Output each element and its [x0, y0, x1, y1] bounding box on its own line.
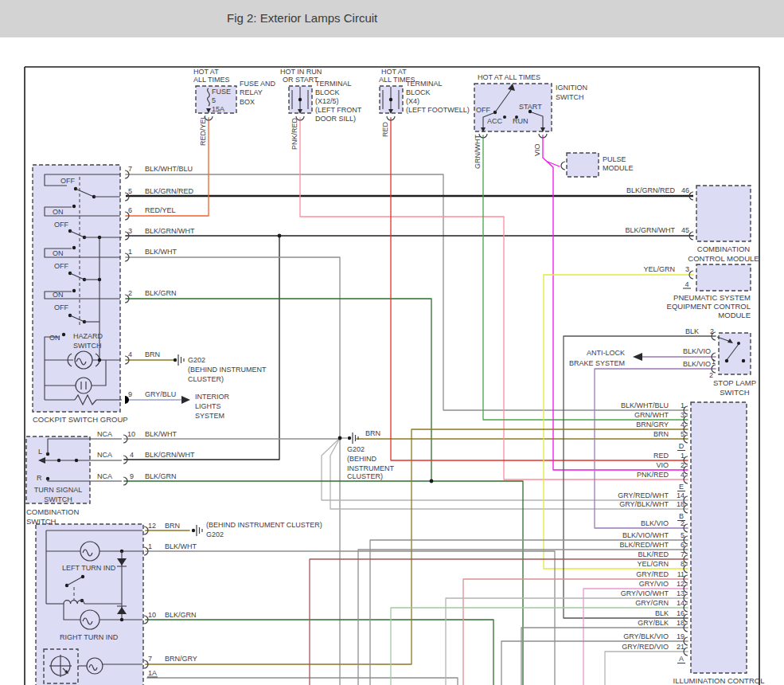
- fuse-label: FUSE: [212, 88, 231, 96]
- wire-1a: [147, 678, 458, 685]
- center-g202-l2: (BEHIND: [347, 455, 377, 463]
- pin-number: 12: [148, 522, 156, 530]
- wire-grn-wht: [483, 135, 688, 420]
- illum-pin-label: GRN/WHT: [634, 411, 669, 419]
- g202-loc-2: CLUSTER): [188, 375, 224, 383]
- cockpit-sw4-off: OFF: [54, 303, 68, 311]
- stop-bot-label: BLK/VIO: [683, 360, 711, 368]
- pin-number: 10: [127, 430, 135, 438]
- g202-loc-1: (BEHIND INSTRUMENT: [188, 366, 267, 374]
- t2-l4: (LEFT FOOTWELL): [406, 106, 470, 114]
- fuse-amps: 15A: [212, 105, 224, 113]
- combination-control-module: BLK/GRN/RED 46 BLK/GRN/WHT 45 COMBINATIO…: [625, 186, 759, 263]
- illum-pin-label: GRY/BLK: [638, 619, 669, 627]
- illum-pin-label: BLK: [655, 609, 669, 617]
- pneumatic-pin: 3: [685, 265, 689, 273]
- ts-name-2: SWITCH: [44, 495, 72, 503]
- illum-pin-number: 18: [677, 619, 685, 627]
- terminal-block-x125: HOT IN RUN OR START TERMINAL BLOCK (X12/…: [280, 68, 362, 150]
- pin-number: 4: [130, 451, 134, 459]
- stop-top-pin: 2: [710, 327, 714, 335]
- cockpit-sw3-off: OFF: [54, 262, 68, 270]
- t1-l1: TERMINAL: [315, 80, 352, 88]
- right-turn-label: RIGHT TURN IND: [60, 633, 119, 641]
- pulse-l1: PULSE: [603, 155, 626, 163]
- fuse-box-name-2: RELAY: [240, 88, 263, 96]
- t1-l2: BLOCK: [315, 88, 340, 96]
- illum-pin-label: BLK/RED/WHT: [619, 541, 669, 549]
- pneumatic-cap-3: MODULE: [718, 311, 751, 319]
- pin-number: 9: [130, 472, 134, 480]
- wire-yel-grn: [544, 275, 693, 569]
- ign-run: RUN: [513, 117, 529, 125]
- ti-g202-loc: (BEHIND INSTRUMENT CLUSTER): [206, 521, 322, 529]
- wire-label-grn-wht: GRN/WHT: [474, 135, 482, 169]
- combo-cap-2: CONTROL MODULE: [688, 254, 759, 263]
- pin-label: BLK/WHT: [145, 430, 177, 438]
- fuse-box-name-1: FUSE AND: [240, 80, 276, 88]
- fuse-number: 5: [212, 96, 216, 104]
- wire-blk-grn-cont: [431, 481, 523, 685]
- fuse-hot-1: HOT AT: [193, 68, 219, 76]
- fuse-relay-box: HOT AT ALL TIMES FUSE 5 15A FUSE AND REL…: [193, 68, 276, 146]
- pin-number: 10: [148, 611, 156, 619]
- illumination-caption: ILLUMINATION CONTROL: [673, 676, 765, 685]
- pin-label: BLK/GRN/WHT: [145, 451, 195, 459]
- abs-label-1: ANTI-LOCK: [587, 349, 625, 357]
- wire-blk-red: [310, 559, 688, 685]
- cockpit-caption: COCKPIT SWITCH GROUP: [33, 415, 128, 424]
- interior-lights-arrow: [181, 396, 190, 404]
- pulse-l2: MODULE: [603, 164, 634, 172]
- pneumatic-cap-1: PNEUMATIC SYSTEM: [673, 293, 751, 302]
- wire-blk-grn-ti: [146, 620, 493, 685]
- wire-blk-wht: [126, 257, 340, 438]
- cockpit-g202: G202 (BEHIND INSTRUMENT CLUSTER) INTERIO…: [174, 354, 267, 420]
- pin-number: 1: [148, 542, 152, 550]
- stop-cap-1: STOP LAMP: [713, 378, 756, 387]
- illum-pin-number: 14: [677, 491, 685, 499]
- t2-l1: TERMINAL: [406, 80, 443, 88]
- pin-number: 1: [128, 248, 132, 256]
- ts-nca-3: NCA: [97, 472, 112, 480]
- ts-nca-2: NCA: [97, 451, 112, 459]
- center-g202-l4: CLUSTER): [347, 472, 383, 480]
- interior-l1: INTERIOR: [195, 393, 230, 401]
- pin-label: BRN: [165, 522, 180, 530]
- illum-pin-label: GRY/BLK/VIO: [623, 632, 669, 640]
- pin-number: 46: [681, 186, 689, 194]
- pin-label: BRN: [145, 350, 160, 358]
- ts-cap-1: COMBINATION: [26, 507, 79, 516]
- ign-off: OFF: [476, 106, 490, 114]
- center-g202-l1: G202: [347, 445, 365, 453]
- stop-top-label: BLK: [685, 327, 699, 335]
- hazard-on: ON: [49, 334, 60, 342]
- pin-label: BLK/GRN/RED: [626, 186, 676, 194]
- illum-pin-number: 21: [677, 643, 685, 651]
- illum-pin-number: 18: [677, 500, 685, 508]
- pin-label: BLK/GRN: [145, 472, 177, 480]
- pin-label: BLK/GRN/WHT: [625, 226, 675, 234]
- pin-1a: 1A: [148, 669, 157, 677]
- illum-pin-number: 19: [677, 632, 685, 640]
- illum-pin-label: GRY/VIO: [639, 580, 669, 588]
- illum-pin-label: GRY/RED/WHT: [618, 491, 669, 499]
- fuse-hot-2: ALL TIMES: [193, 76, 230, 84]
- ts-nca-1: NCA: [97, 430, 112, 438]
- ign-l2: SWITCH: [556, 93, 584, 101]
- t1-hot-1: HOT IN RUN: [280, 68, 322, 76]
- illum-pin-number: 12: [677, 580, 685, 588]
- pin-label: BLK/WHT/BLU: [145, 165, 193, 173]
- illum-connector-letter: D: [679, 442, 685, 450]
- wire-label-red: RED: [381, 121, 389, 137]
- pin-number: 7: [128, 165, 132, 173]
- t1-l4: (LEFT FRONT: [315, 106, 362, 114]
- t2-hot-1: HOT AT: [381, 68, 407, 76]
- pin-number: 3: [128, 227, 132, 235]
- illum-pin-label: GRY/RED/VIO: [622, 643, 669, 651]
- center-g202: BRN G202 (BEHIND INSTRUMENT CLUSTER): [278, 234, 434, 483]
- illumination-control-module: BLK/WHT/BLU1GRN/WHT3BRN/GRY4BRN5DRED1VIO…: [618, 401, 764, 685]
- illum-connector-letter: E: [679, 483, 684, 491]
- pin-label: BLK/GRN: [145, 289, 177, 297]
- pin-label: BRN/GRY: [165, 655, 197, 663]
- wire-blk-grn-wht-branch: [124, 236, 279, 460]
